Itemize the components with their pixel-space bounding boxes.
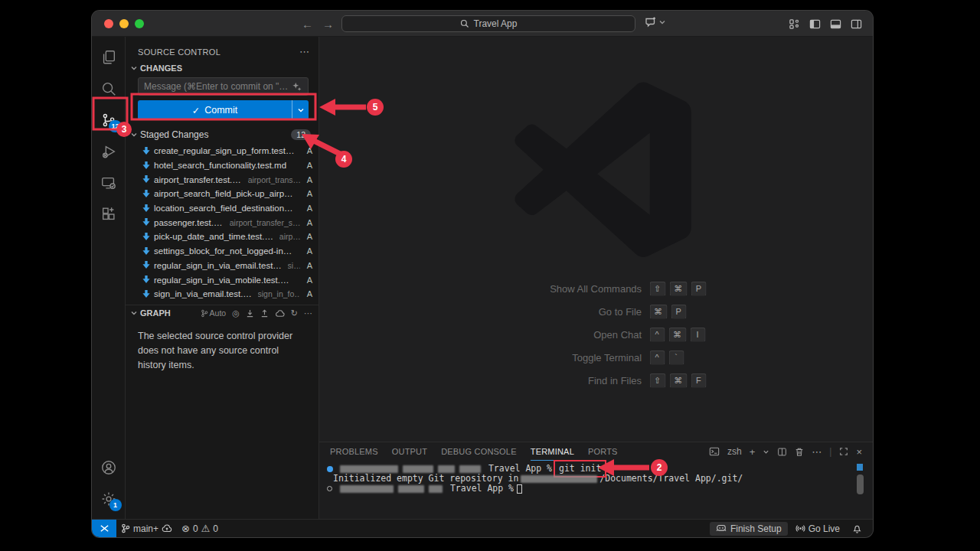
file-path: airport_trans… — [248, 175, 300, 184]
customize-layout-icon[interactable] — [789, 18, 800, 30]
more-actions-icon[interactable]: ⋯ — [812, 447, 822, 457]
toggle-primary-sidebar-icon[interactable] — [809, 18, 821, 30]
toggle-panel-icon[interactable] — [830, 18, 841, 30]
split-terminal-icon[interactable] — [777, 447, 787, 457]
tab-debug-console[interactable]: DEBUG CONSOLE — [441, 442, 517, 461]
tab-output[interactable]: OUTPUT — [392, 442, 427, 461]
key-cmd: ⌘ — [669, 282, 687, 296]
toggle-secondary-sidebar-icon[interactable] — [851, 18, 862, 30]
terminal-cursor — [517, 484, 522, 494]
panel-tab-bar: PROBLEMS OUTPUT DEBUG CONSOLE TERMINAL P… — [319, 442, 873, 461]
test-file-icon — [142, 147, 150, 155]
staged-file-row[interactable]: regular_sign_in_via_mobile.test.md… A — [126, 272, 318, 287]
refresh-icon[interactable]: ↻ — [291, 308, 298, 318]
staged-file-row[interactable]: airport_transfer.test.md airport_trans… … — [126, 172, 318, 187]
copilot-chat-button[interactable] — [645, 16, 665, 28]
file-path: sign_in_fo… — [258, 289, 300, 298]
problems-status-item[interactable]: ⊗ 0 ⚠ 0 — [177, 523, 223, 534]
staged-file-row[interactable]: pick-up_date_and_time.test.md airp… A — [126, 230, 318, 244]
command-center-search[interactable]: Travel App — [341, 15, 635, 32]
divider: | — [829, 446, 831, 457]
staged-file-row[interactable]: airport_search_field_pick-up_airpor… A — [126, 187, 318, 201]
remote-indicator[interactable] — [92, 520, 116, 537]
zoom-window-button[interactable] — [135, 19, 144, 28]
test-file-icon — [142, 276, 150, 284]
terminal-prompt: Travel App % — [450, 484, 514, 494]
key-cmd: ⌘ — [668, 328, 686, 342]
finish-setup-label: Finish Setup — [730, 523, 782, 534]
git-push-icon[interactable] — [260, 309, 269, 318]
branch-status-item[interactable]: main+ — [116, 523, 177, 534]
graph-auto-toggle[interactable]: Auto — [201, 308, 227, 318]
staged-file-row[interactable]: hotel_search_functionality.test.md A — [126, 158, 318, 173]
file-name: hotel_search_functionality.test.md — [154, 161, 286, 170]
shortcut-label: Show All Commands — [449, 283, 642, 295]
new-terminal-icon[interactable]: + — [750, 447, 756, 457]
file-name: sign_in_via_email.test.md — [154, 289, 254, 298]
staged-file-row[interactable]: location_search_field_destination_l… A — [126, 201, 318, 216]
warnings-count: 0 — [213, 523, 218, 534]
finish-setup-button[interactable]: Finish Setup — [710, 522, 788, 536]
redacted-text — [398, 485, 424, 493]
commit-button[interactable]: ✓ Commit — [138, 100, 309, 120]
more-actions-icon[interactable]: ⋯ — [299, 46, 309, 57]
navigate-back-icon[interactable]: ← — [302, 18, 313, 31]
cloud-icon[interactable] — [275, 309, 285, 318]
activitybar-accounts[interactable] — [92, 452, 126, 483]
close-window-button[interactable] — [104, 19, 113, 28]
tab-terminal[interactable]: TERMINAL — [531, 442, 574, 461]
redacted-text — [340, 485, 394, 493]
close-panel-icon[interactable]: × — [856, 447, 862, 457]
staged-file-row[interactable]: settings_block_for_not_logged-in_u… A — [126, 244, 318, 259]
staged-file-row[interactable]: sign_in_via_email.test.md sign_in_fo… A — [126, 287, 318, 302]
navigate-forward-icon[interactable]: → — [322, 18, 334, 31]
activitybar-settings[interactable]: 1 — [92, 483, 126, 514]
branch-name: main+ — [133, 523, 158, 534]
staged-file-row[interactable]: passenger.test.md airport_transfer_s… A — [126, 215, 318, 230]
staged-changes-header[interactable]: Staged Changes 12 — [126, 127, 318, 142]
file-name: airport_transfer.test.md — [154, 175, 244, 184]
editor-watermark-area: Show All Commands ⇧ ⌘ P Go to File ⌘ — [319, 37, 873, 442]
file-status-added: A — [304, 175, 312, 184]
graph-section: GRAPH Auto ◎ ↻ ⋯ — [126, 305, 318, 373]
bell-icon — [852, 523, 862, 533]
graph-label[interactable]: GRAPH — [140, 308, 171, 318]
file-status-added: A — [304, 246, 312, 256]
key-ctrl: ^ — [649, 328, 665, 342]
shortcut-label: Find in Files — [449, 375, 642, 386]
activitybar-search[interactable] — [92, 73, 126, 104]
chevron-down-icon[interactable] — [763, 448, 769, 455]
publish-branch-icon — [162, 523, 172, 533]
window-title: Travel App — [474, 18, 518, 29]
trash-icon[interactable] — [795, 447, 804, 457]
test-file-icon — [142, 190, 150, 198]
activitybar-explorer[interactable] — [92, 41, 126, 73]
target-icon[interactable]: ◎ — [232, 308, 240, 318]
terminal-output[interactable]: Travel App % git init Initialized empty … — [319, 461, 873, 494]
sidebar-title: SOURCE CONTROL — [138, 47, 220, 57]
git-init-command: git init — [557, 464, 603, 474]
more-actions-icon[interactable]: ⋯ — [304, 308, 312, 318]
file-status-added: A — [304, 276, 312, 285]
activitybar-extensions[interactable] — [92, 198, 126, 230]
activitybar-run-debug[interactable] — [92, 135, 126, 167]
shortcut-label: Open Chat — [449, 329, 642, 341]
activitybar-remote-explorer[interactable] — [92, 167, 126, 198]
git-pull-icon[interactable] — [246, 309, 254, 318]
tab-ports[interactable]: PORTS — [588, 442, 618, 461]
sparkle-ai-icon[interactable] — [292, 81, 302, 92]
shell-label[interactable]: zsh — [727, 446, 742, 457]
maximize-panel-icon[interactable] — [839, 447, 848, 456]
annotation-badge-2: 2 — [651, 459, 668, 476]
minimize-window-button[interactable] — [119, 19, 129, 28]
notifications-button[interactable] — [848, 523, 867, 533]
terminal-scrollbar-thumb[interactable] — [857, 474, 864, 494]
go-live-button[interactable]: Go Live — [791, 523, 844, 534]
branch-icon — [121, 523, 130, 533]
commit-dropdown-button[interactable] — [292, 100, 309, 120]
changes-section-header[interactable]: CHANGES — [126, 60, 318, 74]
commit-message-input[interactable]: Message (⌘Enter to commit on "… — [138, 77, 309, 96]
staged-file-row[interactable]: regular_sign_in_via_email.test.md si… A — [126, 259, 318, 273]
staged-file-row[interactable]: create_regular_sign_up_form.test.md A — [126, 144, 318, 158]
tab-problems[interactable]: PROBLEMS — [330, 442, 378, 461]
